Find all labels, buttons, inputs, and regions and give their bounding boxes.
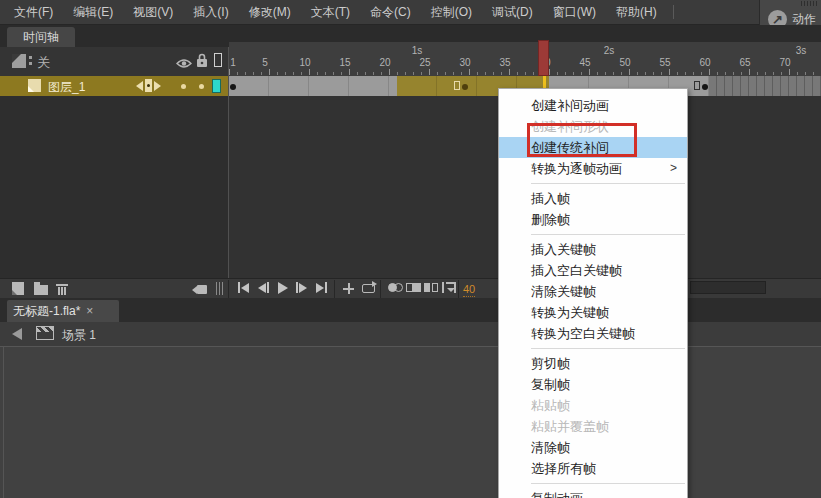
context-menu-item-20[interactable]: 选择所有帧 bbox=[499, 458, 687, 479]
context-menu-item-4[interactable]: 转换为逐帧动画> bbox=[499, 158, 687, 179]
menubar-item-10[interactable]: 窗口(W) bbox=[543, 0, 606, 24]
empty-frames-area[interactable] bbox=[709, 76, 821, 96]
menubar-item-4[interactable]: 插入(I) bbox=[183, 0, 238, 24]
add-camera-button[interactable] bbox=[192, 282, 207, 294]
outline-layers-icon[interactable] bbox=[214, 53, 222, 67]
ruler-frame-number: 35 bbox=[494, 57, 516, 68]
menubar-item-6[interactable]: 文本(T) bbox=[301, 0, 360, 24]
context-menu-item-16[interactable]: 复制帧 bbox=[499, 374, 687, 395]
new-layer-button[interactable] bbox=[12, 282, 24, 295]
menubar-item-2[interactable]: 编辑(E) bbox=[63, 0, 123, 24]
ruler-second-label: 3s bbox=[788, 45, 814, 56]
show-hide-layers-icon[interactable] bbox=[176, 55, 192, 73]
layers-icon bbox=[12, 54, 26, 68]
layer-lock-dot[interactable] bbox=[199, 84, 204, 89]
close-icon[interactable]: × bbox=[86, 305, 93, 317]
loop-playback-button[interactable] bbox=[362, 282, 375, 293]
onion-skin-button[interactable] bbox=[388, 282, 404, 293]
keyframe-dot[interactable] bbox=[230, 84, 236, 90]
stage-edge-line bbox=[3, 346, 4, 498]
lock-layers-icon[interactable] bbox=[196, 53, 208, 72]
stage-pasteboard[interactable] bbox=[0, 346, 821, 498]
menubar-item-5[interactable]: 修改(M) bbox=[239, 0, 301, 24]
prev-keyframe-icon[interactable] bbox=[136, 81, 143, 91]
ruler-frame-number: 30 bbox=[454, 57, 476, 68]
center-frame-button[interactable] bbox=[343, 282, 354, 294]
scene-label[interactable]: 场景 1 bbox=[62, 327, 96, 344]
context-menu-item-12[interactable]: 转换为关键帧 bbox=[499, 302, 687, 323]
ruler-frame-number: 1 bbox=[222, 57, 244, 68]
context-menu-item-9[interactable]: 插入关键帧 bbox=[499, 239, 687, 260]
step-back-button[interactable] bbox=[258, 282, 269, 293]
menu-separator bbox=[531, 348, 685, 349]
menubar-item-7[interactable]: 命令(C) bbox=[360, 0, 421, 24]
ruler-frame-number: 70 bbox=[774, 57, 796, 68]
menu-item-label: 选择所有帧 bbox=[531, 461, 596, 476]
menu-item-label: 转换为逐帧动画 bbox=[531, 161, 622, 176]
layer-type-icon bbox=[28, 79, 41, 92]
scene-clapboard-icon bbox=[36, 326, 54, 340]
layer-track-divider[interactable] bbox=[228, 47, 229, 278]
go-to-last-frame-button[interactable] bbox=[316, 282, 327, 293]
layer-visibility-dot[interactable] bbox=[181, 84, 186, 89]
document-tab[interactable]: 无标题-1.fla* × bbox=[7, 300, 119, 322]
menubar-item-11[interactable]: 帮助(H) bbox=[606, 0, 667, 24]
menubar-item-3[interactable]: 视图(V) bbox=[123, 0, 183, 24]
menubar-item-9[interactable]: 调试(D) bbox=[482, 0, 543, 24]
span-end-marker[interactable] bbox=[694, 81, 700, 90]
go-to-first-frame-button[interactable] bbox=[238, 282, 249, 293]
layer-name[interactable]: 图层_1 bbox=[48, 79, 85, 96]
menu-separator bbox=[531, 234, 685, 235]
menu-item-label: 剪切帧 bbox=[531, 356, 570, 371]
modify-markers-button[interactable] bbox=[442, 282, 456, 293]
context-menu-item-19[interactable]: 清除帧 bbox=[499, 437, 687, 458]
menubar-item-8[interactable]: 控制(O) bbox=[421, 0, 482, 24]
playhead-handle[interactable] bbox=[538, 40, 549, 76]
menu-item-label: 粘贴并覆盖帧 bbox=[531, 419, 609, 434]
current-frame-field[interactable]: 40 bbox=[463, 283, 475, 297]
ruler-second-label: 2s bbox=[596, 45, 622, 56]
keyframe-dot[interactable] bbox=[462, 84, 468, 90]
timeline-panel-tab[interactable]: 时间轴 bbox=[7, 27, 75, 47]
context-menu-item-22[interactable]: 复制动画 bbox=[499, 488, 687, 498]
menu-item-label: 创建补间动画 bbox=[531, 98, 609, 113]
context-menu-item-13[interactable]: 转换为空白关键帧 bbox=[499, 323, 687, 344]
context-menu-item-10[interactable]: 插入空白关键帧 bbox=[499, 260, 687, 281]
panel-grip-icon[interactable] bbox=[801, 1, 818, 6]
keyframe-dot[interactable] bbox=[702, 84, 708, 90]
back-arrow-icon[interactable] bbox=[12, 328, 22, 340]
ruler-frame-number: 60 bbox=[694, 57, 716, 68]
span-end-marker[interactable] bbox=[454, 81, 460, 90]
frame-span[interactable] bbox=[229, 76, 397, 96]
menu-item-label: 复制帧 bbox=[531, 377, 570, 392]
ruler-frame-number: 50 bbox=[614, 57, 636, 68]
menubar-divider bbox=[673, 5, 674, 19]
context-menu-item-7[interactable]: 删除帧 bbox=[499, 209, 687, 230]
menu-item-label: 插入关键帧 bbox=[531, 242, 596, 257]
layer-row[interactable]: 图层_1 bbox=[0, 76, 229, 96]
step-forward-button[interactable] bbox=[296, 282, 307, 293]
delete-layer-button[interactable] bbox=[56, 282, 68, 295]
timeline-ruler[interactable]: 1s2s3s1510152025303540455055606570 bbox=[229, 42, 821, 76]
panel-resize-grip-icon[interactable] bbox=[216, 282, 224, 295]
menu-item-label: 清除帧 bbox=[531, 440, 570, 455]
new-folder-button[interactable] bbox=[34, 282, 48, 295]
context-menu-item-6[interactable]: 插入帧 bbox=[499, 188, 687, 209]
menu-item-label: 粘贴帧 bbox=[531, 398, 570, 413]
layer-outline-color-swatch[interactable] bbox=[212, 79, 221, 93]
menubar: 文件(F)编辑(E)视图(V)插入(I)修改(M)文本(T)命令(C)控制(O)… bbox=[0, 0, 821, 25]
frame-rate-field[interactable] bbox=[690, 281, 766, 294]
insert-keyframe-marker-icon[interactable] bbox=[145, 79, 152, 92]
layer-list-empty-area bbox=[0, 96, 229, 278]
ruler-frame-number: 45 bbox=[574, 57, 596, 68]
menubar-item-1[interactable]: 文件(F) bbox=[4, 0, 63, 24]
context-menu-item-1[interactable]: 创建补间动画 bbox=[499, 95, 687, 116]
context-menu-item-15[interactable]: 剪切帧 bbox=[499, 353, 687, 374]
document-title: 无标题-1.fla* bbox=[13, 303, 80, 320]
next-keyframe-icon[interactable] bbox=[154, 81, 161, 91]
onion-skin-outlines-button[interactable] bbox=[406, 282, 422, 293]
edit-multiple-frames-button[interactable] bbox=[424, 282, 440, 293]
ruler-major-ticks bbox=[229, 69, 821, 75]
play-button[interactable] bbox=[278, 282, 288, 294]
context-menu-item-11[interactable]: 清除关键帧 bbox=[499, 281, 687, 302]
